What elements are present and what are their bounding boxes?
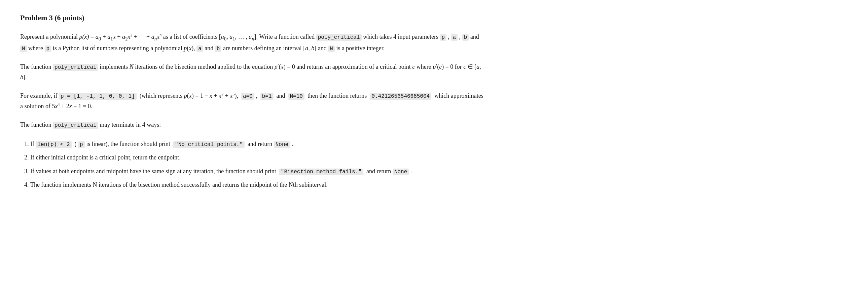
list-item-2: If either initial endpoint is a critical…	[30, 152, 485, 163]
list1-code: len(p) < 2	[36, 141, 72, 148]
list1-return: None	[274, 141, 290, 148]
example-n-code: N=10	[288, 93, 305, 100]
param-n-2: N	[328, 46, 335, 52]
func-name-inline-3: poly_critical	[53, 122, 98, 129]
list3-return: None	[393, 168, 409, 175]
list-item-1: If len(p) < 2 ( p is linear), the functi…	[30, 138, 485, 150]
param-n: N	[20, 46, 27, 52]
example-result: 0.4212656546685004	[370, 93, 431, 100]
problem-title: Problem 3 (6 points)	[20, 13, 485, 22]
example-p-code: p = [1, -1, 1, 0, 0, 1]	[59, 93, 136, 100]
math-px: p(x)	[79, 33, 89, 40]
param-b: b	[462, 34, 469, 41]
paragraph-2: The function poly_critical implements N …	[20, 62, 485, 83]
termination-list: If len(p) < 2 ( p is linear), the functi…	[20, 138, 485, 190]
param-p-2: p	[45, 46, 52, 52]
list-item-4: The function implements N iterations of …	[30, 179, 485, 190]
list1-print: "No critical points."	[173, 141, 245, 148]
list-item-3: If values at both endpoints and midpoint…	[30, 165, 485, 177]
param-a-2: a	[196, 46, 203, 52]
example-a-code: a=0	[241, 93, 254, 100]
param-a: a	[451, 34, 458, 41]
paragraph-1: Represent a polynomial p(x) = a0 + a1x +…	[20, 32, 485, 54]
func-name-inline-1: poly_critical	[316, 34, 362, 41]
list3-print: "Bisection method fails."	[279, 168, 363, 175]
list1-p: p	[78, 141, 85, 148]
paragraph-3: For example, if p = [1, -1, 1, 0, 0, 1] …	[20, 91, 485, 112]
func-name-inline-2: poly_critical	[53, 64, 98, 71]
param-p: p	[440, 34, 447, 41]
paragraph-4: The function poly_critical may terminate…	[20, 120, 485, 130]
param-b-2: b	[215, 46, 222, 52]
example-b-code: b=1	[260, 93, 274, 100]
